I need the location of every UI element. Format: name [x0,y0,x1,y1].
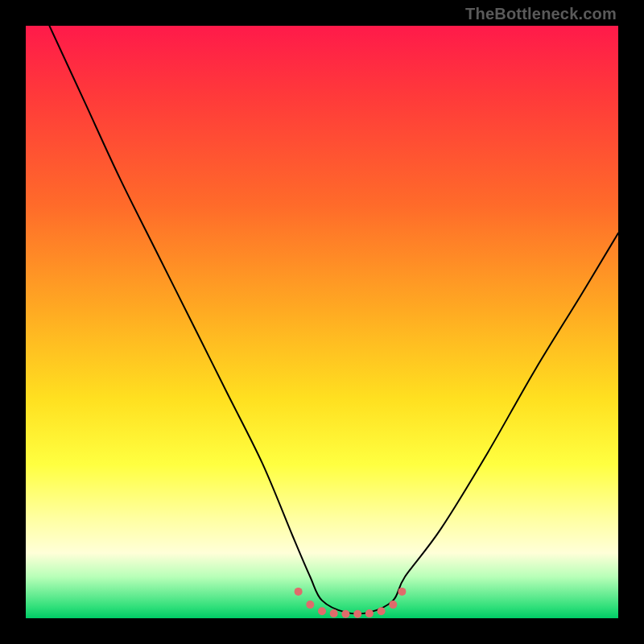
chart-svg [26,26,618,618]
valley-marker [341,610,349,618]
valley-marker [306,601,314,609]
valley-marker [295,588,303,596]
valley-marker [365,609,374,617]
plot-area [26,26,618,618]
valley-marker [353,610,361,618]
bottleneck-curve-line [49,26,618,613]
valley-marker [330,609,338,617]
valley-marker [389,601,397,609]
valley-marker [398,588,406,596]
chart-frame: TheBottleneck.com [0,0,644,644]
watermark-text: TheBottleneck.com [465,5,617,23]
valley-marker [378,607,386,615]
valley-marker [318,607,326,615]
